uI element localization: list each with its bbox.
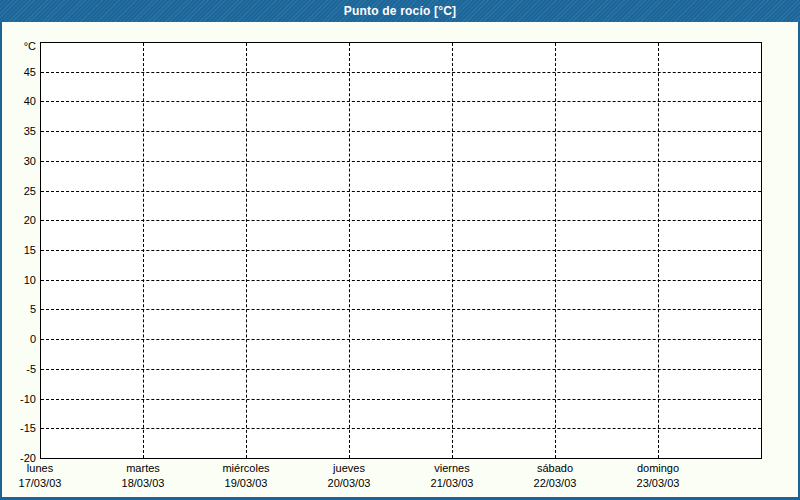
y-tick-label: 30	[0, 153, 36, 169]
y-tick-label: 10	[0, 272, 36, 288]
y-axis-unit-label: °C	[0, 38, 36, 54]
y-tick-label: -5	[0, 361, 36, 377]
x-tick-day: sábado	[504, 461, 606, 476]
y-tick-label: 15	[0, 242, 36, 258]
y-tick-label: -10	[0, 391, 36, 407]
horizontal-gridline	[41, 369, 761, 370]
x-tick-label: martes18/03/03	[92, 461, 194, 491]
horizontal-gridline	[41, 101, 761, 102]
horizontal-gridline	[41, 220, 761, 221]
x-tick-date: 19/03/03	[195, 476, 297, 491]
x-tick-date: 18/03/03	[92, 476, 194, 491]
x-tick-label: domingo23/03/03	[607, 461, 709, 491]
x-tick-date: 23/03/03	[607, 476, 709, 491]
x-tick-label: miércoles19/03/03	[195, 461, 297, 491]
horizontal-gridline	[41, 309, 761, 310]
panel-border-left	[0, 22, 2, 500]
y-tick-label: -20	[0, 450, 36, 466]
x-tick-day: martes	[92, 461, 194, 476]
x-tick-label: sábado22/03/03	[504, 461, 606, 491]
horizontal-gridline	[41, 428, 761, 429]
x-tick-day: lunes	[0, 461, 91, 476]
x-tick-label: lunes17/03/03	[0, 461, 91, 491]
y-tick-label: 40	[0, 93, 36, 109]
y-tick-label: 45	[0, 64, 36, 80]
horizontal-gridline	[41, 131, 761, 132]
horizontal-gridline	[41, 339, 761, 340]
x-tick-day: viernes	[401, 461, 503, 476]
y-tick-label: 5	[0, 301, 36, 317]
x-tick-date: 21/03/03	[401, 476, 503, 491]
horizontal-gridline	[41, 191, 761, 192]
y-tick-label: -15	[0, 420, 36, 436]
plot-area	[40, 42, 762, 459]
x-tick-day: domingo	[607, 461, 709, 476]
y-tick-label: 35	[0, 123, 36, 139]
x-tick-date: 22/03/03	[504, 476, 606, 491]
horizontal-gridline	[41, 250, 761, 251]
horizontal-gridline	[41, 72, 761, 73]
x-tick-label: viernes21/03/03	[401, 461, 503, 491]
x-tick-day: miércoles	[195, 461, 297, 476]
panel-titlebar: Punto de rocío [°C]	[0, 0, 800, 22]
y-tick-label: 25	[0, 183, 36, 199]
x-tick-label: jueves20/03/03	[298, 461, 400, 491]
horizontal-gridline	[41, 280, 761, 281]
x-tick-day: jueves	[298, 461, 400, 476]
horizontal-gridline	[41, 161, 761, 162]
horizontal-gridline	[41, 399, 761, 400]
y-tick-label: 20	[0, 212, 36, 228]
x-tick-date: 20/03/03	[298, 476, 400, 491]
dewpoint-chart-panel: Punto de rocío [°C] °C 45403530252015105…	[0, 0, 800, 500]
x-tick-date: 17/03/03	[0, 476, 91, 491]
y-tick-label: 0	[0, 331, 36, 347]
panel-title: Punto de rocío [°C]	[344, 4, 457, 18]
